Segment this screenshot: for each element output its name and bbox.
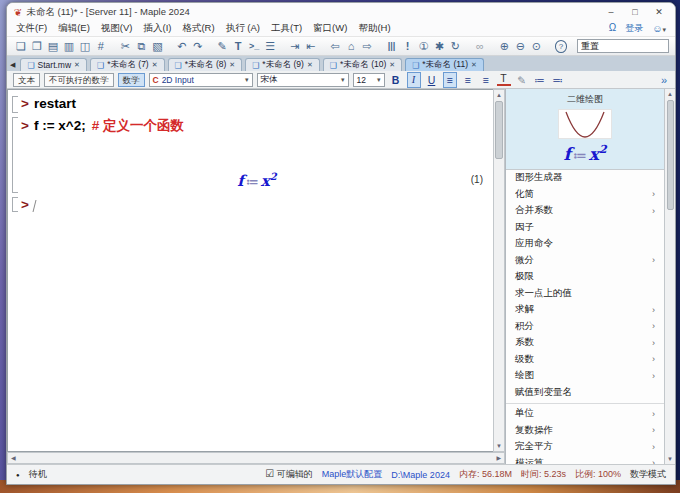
hyperlink-button[interactable]: ∞ xyxy=(472,37,488,55)
context-item-complete-square[interactable]: 完全平方› xyxy=(506,439,664,456)
input-line-restart[interactable]: >restart xyxy=(21,94,493,111)
font-color-button[interactable]: T xyxy=(497,73,511,86)
context-item-factor[interactable]: 因子 xyxy=(506,219,664,236)
context-item-plot-builder[interactable]: 图形生成器 xyxy=(506,170,664,187)
font-size-dropdown[interactable]: 12 ▾ xyxy=(353,73,385,87)
context-item-series[interactable]: 级数› xyxy=(506,351,664,368)
context-item-complex-operations[interactable]: 复数操作› xyxy=(506,422,664,439)
underline-button[interactable]: U xyxy=(425,73,439,87)
output-expression[interactable]: f≔x2 xyxy=(237,172,276,190)
context-item-solve[interactable]: 求解› xyxy=(506,302,664,319)
undo-button[interactable]: ↶ xyxy=(174,37,190,55)
back-button[interactable]: ⇦ xyxy=(327,37,343,55)
tab-close-icon[interactable]: ✕ xyxy=(389,61,395,69)
login-link[interactable]: 登录 xyxy=(625,22,643,35)
scroll-down-icon[interactable]: ▼ xyxy=(496,441,502,451)
math-style-button[interactable]: 数学 xyxy=(118,73,145,87)
insert-grid-button[interactable]: # xyxy=(93,37,109,55)
align-center-button[interactable]: ≡ xyxy=(461,73,475,87)
tab-close-icon[interactable]: ✕ xyxy=(229,61,235,69)
menu-window[interactable]: 窗口(W) xyxy=(313,22,347,35)
tab-scroll-left-icon[interactable]: ◀ xyxy=(9,61,17,71)
copy-button[interactable]: ⧉ xyxy=(133,37,149,55)
print-button[interactable]: ▥ xyxy=(61,37,77,55)
scrollbar-thumb[interactable] xyxy=(495,101,503,159)
input-line-assignment[interactable]: >f := x^2;# 定义一个函数 xyxy=(21,115,493,135)
zoom-out-button[interactable]: ⊖ xyxy=(512,37,528,55)
scroll-up-icon[interactable]: ▲ xyxy=(496,90,502,100)
numbered-list-button[interactable]: ≕ xyxy=(551,73,565,87)
tab-start-mw[interactable]: ❑ Start.mw ✕ xyxy=(20,58,87,71)
worksheet-canvas[interactable]: >restart >f := x^2;# 定义一个函数 f≔x2 xyxy=(7,89,493,452)
zoom-reset-button[interactable]: ⊙ xyxy=(528,37,544,55)
menu-execute[interactable]: 执行 (A) xyxy=(226,22,260,35)
scrollbar-thumb[interactable] xyxy=(667,100,674,210)
execute-button[interactable]: ! xyxy=(399,37,415,55)
menu-format[interactable]: 格式(R) xyxy=(182,22,214,35)
worksheet-vertical-scrollbar[interactable]: ▲ ▼ xyxy=(493,89,505,452)
paste-button[interactable]: ▧ xyxy=(149,37,165,55)
worksheet-horizontal-scrollbar[interactable]: ◀ ▶ xyxy=(7,452,505,464)
maple-input-button[interactable]: >_ xyxy=(246,37,262,55)
user-menu[interactable]: ☺▾ xyxy=(652,23,666,34)
formatbar-more-button[interactable]: » xyxy=(661,74,669,86)
print-preview-button[interactable]: ◫ xyxy=(77,37,93,55)
tab-untitled-8[interactable]: ❑ *未命名 (8) ✕ xyxy=(168,58,243,71)
font-family-dropdown[interactable]: 宋体 ▾ xyxy=(257,73,349,87)
tab-close-icon[interactable]: ✕ xyxy=(471,61,477,69)
profile-link[interactable]: Maple默认配置 xyxy=(322,468,383,481)
align-right-button[interactable]: ≡ xyxy=(479,73,493,87)
nonexec-math-button[interactable]: 不可执行的数学 xyxy=(44,73,114,87)
context-item-coefficients[interactable]: 系数› xyxy=(506,335,664,352)
italic-button[interactable]: I xyxy=(407,72,421,88)
align-left-button[interactable]: ≡ xyxy=(443,72,457,88)
context-item-limit[interactable]: 极限 xyxy=(506,269,664,286)
indent-button[interactable]: ⇥ xyxy=(287,37,303,55)
tab-untitled-7[interactable]: ❑ *未命名 (7) ✕ xyxy=(90,58,165,71)
tab-close-icon[interactable]: ✕ xyxy=(152,61,158,69)
menu-edit[interactable]: 编辑(E) xyxy=(58,22,90,35)
bell-icon[interactable]: Ω xyxy=(609,22,616,33)
text-style-button[interactable]: 文本 xyxy=(13,73,40,87)
section-button[interactable]: ☰ xyxy=(262,37,278,55)
editable-toggle[interactable]: ☑ 可编辑的 xyxy=(265,468,312,481)
maximize-button[interactable]: □ xyxy=(623,4,647,20)
context-item-differentiate[interactable]: 微分› xyxy=(506,252,664,269)
input-line-empty[interactable]: > xyxy=(21,195,493,212)
context-item-evaluate-at-point[interactable]: 求一点上的值 xyxy=(506,285,664,302)
scroll-right-icon[interactable]: ▶ xyxy=(496,453,501,463)
bullet-list-button[interactable]: ≔ xyxy=(533,73,547,87)
context-item-plots[interactable]: 绘图› xyxy=(506,368,664,385)
new-document-button[interactable]: ❏ xyxy=(13,37,29,55)
menu-tools[interactable]: 工具(T) xyxy=(271,22,302,35)
outdent-button[interactable]: ⇤ xyxy=(303,37,319,55)
context-item-modular[interactable]: 模运算› xyxy=(506,455,664,464)
menu-insert[interactable]: 插入(I) xyxy=(143,22,171,35)
context-item-assign-to-name[interactable]: 赋值到变量名 xyxy=(506,384,664,401)
tab-close-icon[interactable]: ✕ xyxy=(74,61,80,69)
search-input[interactable] xyxy=(577,39,669,53)
home-button[interactable]: ⌂ xyxy=(343,37,359,55)
tab-close-icon[interactable]: ✕ xyxy=(307,61,313,69)
sidebar-scrollbar[interactable]: ▲ ▼ xyxy=(664,89,675,464)
debug-button[interactable]: ✱ xyxy=(431,37,447,55)
minimize-button[interactable]: – xyxy=(599,4,623,20)
restart-kernel-button[interactable]: ↻ xyxy=(447,37,463,55)
plot-thumbnail[interactable] xyxy=(558,109,612,139)
edit-text-button[interactable]: ✎ xyxy=(214,37,230,55)
context-item-simplify[interactable]: 化简› xyxy=(506,186,664,203)
menu-file[interactable]: 文件(F) xyxy=(16,22,47,35)
context-item-units[interactable]: 单位› xyxy=(506,406,664,423)
scroll-left-icon[interactable]: ◀ xyxy=(11,453,16,463)
menu-help[interactable]: 帮助(H) xyxy=(358,22,390,35)
bold-button[interactable]: B xyxy=(389,73,403,87)
highlight-pen-button[interactable]: ✎ xyxy=(515,73,529,87)
context-item-apply-command[interactable]: 应用命令 xyxy=(506,236,664,253)
context-item-collect[interactable]: 合并系数› xyxy=(506,203,664,220)
tab-untitled-11[interactable]: ❑ *未命名 (11) ✕ xyxy=(405,58,484,71)
scroll-down-icon[interactable]: ▼ xyxy=(667,454,673,464)
redo-button[interactable]: ↷ xyxy=(190,37,206,55)
menu-view[interactable]: 视图(V) xyxy=(101,22,133,35)
context-item-integrate[interactable]: 积分› xyxy=(506,318,664,335)
interrupt-button[interactable]: ① xyxy=(415,37,431,55)
